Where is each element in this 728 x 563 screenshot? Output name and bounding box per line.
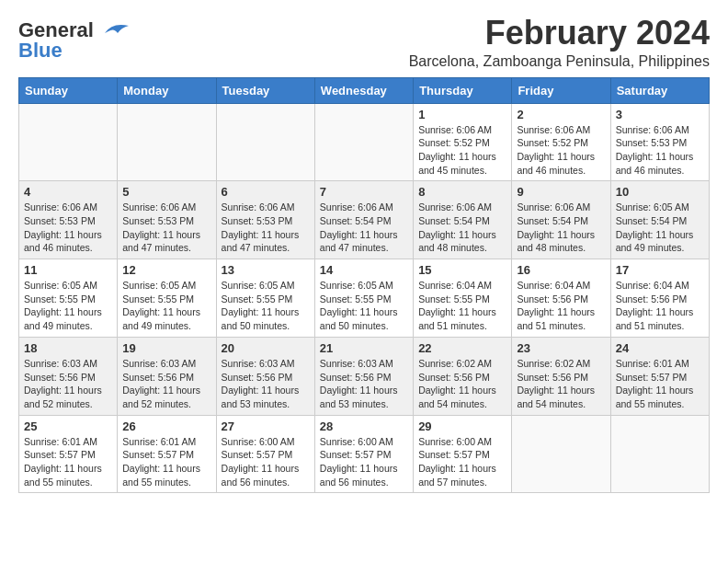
calendar-cell: 26Sunrise: 6:01 AMSunset: 5:57 PMDayligh… [118,415,216,493]
day-info: Sunrise: 6:03 AMSunset: 5:56 PMDaylight:… [222,357,310,411]
calendar-table: Sunday Monday Tuesday Wednesday Thursday… [18,77,710,494]
day-info: Sunrise: 6:03 AMSunset: 5:56 PMDaylight:… [24,357,112,411]
day-info: Sunrise: 6:04 AMSunset: 5:56 PMDaylight:… [616,279,704,333]
day-info: Sunrise: 6:02 AMSunset: 5:56 PMDaylight:… [418,357,506,411]
header-saturday: Saturday [610,77,709,103]
calendar-cell: 7Sunrise: 6:06 AMSunset: 5:54 PMDaylight… [314,181,413,259]
calendar-cell: 12Sunrise: 6:05 AMSunset: 5:55 PMDayligh… [118,259,216,338]
calendar-cell: 9Sunrise: 6:06 AMSunset: 5:54 PMDaylight… [512,181,610,259]
calendar-cell [216,103,314,181]
header-sunday: Sunday [19,77,118,103]
day-number: 8 [418,185,506,199]
calendar-cell: 22Sunrise: 6:02 AMSunset: 5:56 PMDayligh… [414,337,512,415]
logo: General Blue [18,18,131,63]
day-info: Sunrise: 6:01 AMSunset: 5:57 PMDaylight:… [24,435,112,489]
page-header: General Blue February 2024 Barcelona, Za… [18,15,710,70]
day-number: 2 [517,108,605,121]
day-info: Sunrise: 6:06 AMSunset: 5:53 PMDaylight:… [222,201,310,255]
calendar-cell [19,103,118,181]
day-number: 27 [222,419,310,433]
day-info: Sunrise: 6:03 AMSunset: 5:56 PMDaylight:… [122,357,210,411]
day-info: Sunrise: 6:06 AMSunset: 5:52 PMDaylight:… [418,123,506,178]
day-number: 16 [517,263,605,277]
day-number: 6 [222,185,310,199]
calendar-row-4: 18Sunrise: 6:03 AMSunset: 5:56 PMDayligh… [19,337,710,415]
calendar-row-5: 25Sunrise: 6:01 AMSunset: 5:57 PMDayligh… [19,415,710,493]
day-info: Sunrise: 6:05 AMSunset: 5:55 PMDaylight:… [320,279,408,333]
day-info: Sunrise: 6:01 AMSunset: 5:57 PMDaylight:… [616,357,704,411]
calendar-cell: 21Sunrise: 6:03 AMSunset: 5:56 PMDayligh… [314,337,413,415]
calendar-cell: 8Sunrise: 6:06 AMSunset: 5:54 PMDaylight… [414,181,512,259]
day-number: 10 [616,185,704,199]
calendar-cell: 29Sunrise: 6:00 AMSunset: 5:57 PMDayligh… [414,415,512,493]
calendar-cell: 6Sunrise: 6:06 AMSunset: 5:53 PMDaylight… [216,181,314,259]
day-number: 11 [24,263,112,277]
day-number: 7 [320,185,408,199]
day-number: 12 [122,263,210,277]
calendar-cell: 19Sunrise: 6:03 AMSunset: 5:56 PMDayligh… [118,337,216,415]
day-info: Sunrise: 6:06 AMSunset: 5:52 PMDaylight:… [517,123,605,178]
title-area: February 2024 Barcelona, Zamboanga Penin… [409,15,710,70]
calendar-cell: 23Sunrise: 6:02 AMSunset: 5:56 PMDayligh… [512,337,610,415]
calendar-cell: 20Sunrise: 6:03 AMSunset: 5:56 PMDayligh… [216,337,314,415]
calendar-cell: 2Sunrise: 6:06 AMSunset: 5:52 PMDaylight… [512,103,610,181]
month-title: February 2024 [409,15,710,52]
day-number: 18 [24,341,112,355]
calendar-cell: 11Sunrise: 6:05 AMSunset: 5:55 PMDayligh… [19,259,118,338]
day-info: Sunrise: 6:00 AMSunset: 5:57 PMDaylight:… [222,435,310,489]
day-number: 14 [320,263,408,277]
day-info: Sunrise: 6:06 AMSunset: 5:53 PMDaylight:… [616,123,704,178]
day-info: Sunrise: 6:02 AMSunset: 5:56 PMDaylight:… [517,357,605,411]
day-info: Sunrise: 6:00 AMSunset: 5:57 PMDaylight:… [418,435,506,489]
calendar-cell: 25Sunrise: 6:01 AMSunset: 5:57 PMDayligh… [19,415,118,493]
day-info: Sunrise: 6:06 AMSunset: 5:54 PMDaylight:… [418,201,506,255]
day-number: 3 [616,108,704,121]
day-number: 21 [320,341,408,355]
day-info: Sunrise: 6:03 AMSunset: 5:56 PMDaylight:… [320,357,408,411]
logo-blue-text: Blue [18,39,63,63]
calendar-cell [512,415,610,493]
header-tuesday: Tuesday [216,77,314,103]
calendar-header-row: Sunday Monday Tuesday Wednesday Thursday… [19,77,710,103]
day-number: 5 [122,185,210,199]
header-friday: Friday [512,77,610,103]
calendar-cell: 4Sunrise: 6:06 AMSunset: 5:53 PMDaylight… [19,181,118,259]
calendar-cell: 10Sunrise: 6:05 AMSunset: 5:54 PMDayligh… [610,181,709,259]
calendar-row-2: 4Sunrise: 6:06 AMSunset: 5:53 PMDaylight… [19,181,710,259]
calendar-cell: 5Sunrise: 6:06 AMSunset: 5:53 PMDaylight… [118,181,216,259]
calendar-cell [118,103,216,181]
day-number: 28 [320,419,408,433]
day-info: Sunrise: 6:05 AMSunset: 5:55 PMDaylight:… [222,279,310,333]
calendar-cell: 28Sunrise: 6:00 AMSunset: 5:57 PMDayligh… [314,415,413,493]
day-number: 17 [616,263,704,277]
day-info: Sunrise: 6:06 AMSunset: 5:53 PMDaylight:… [24,201,112,255]
day-info: Sunrise: 6:06 AMSunset: 5:54 PMDaylight:… [320,201,408,255]
day-number: 9 [517,185,605,199]
logo-bird-icon [96,20,131,40]
day-info: Sunrise: 6:05 AMSunset: 5:55 PMDaylight:… [122,279,210,333]
day-info: Sunrise: 6:06 AMSunset: 5:54 PMDaylight:… [517,201,605,255]
calendar-row-3: 11Sunrise: 6:05 AMSunset: 5:55 PMDayligh… [19,259,710,338]
calendar-cell: 15Sunrise: 6:04 AMSunset: 5:55 PMDayligh… [414,259,512,338]
day-number: 24 [616,341,704,355]
day-number: 4 [24,185,112,199]
header-monday: Monday [118,77,216,103]
calendar-cell: 3Sunrise: 6:06 AMSunset: 5:53 PMDaylight… [610,103,709,181]
day-info: Sunrise: 6:04 AMSunset: 5:55 PMDaylight:… [418,279,506,333]
day-number: 26 [122,419,210,433]
day-info: Sunrise: 6:05 AMSunset: 5:54 PMDaylight:… [616,201,704,255]
day-number: 20 [222,341,310,355]
day-info: Sunrise: 6:04 AMSunset: 5:56 PMDaylight:… [517,279,605,333]
calendar-row-1: 1Sunrise: 6:06 AMSunset: 5:52 PMDaylight… [19,103,710,181]
header-wednesday: Wednesday [314,77,413,103]
day-number: 29 [418,419,506,433]
calendar-cell: 1Sunrise: 6:06 AMSunset: 5:52 PMDaylight… [414,103,512,181]
calendar-cell: 24Sunrise: 6:01 AMSunset: 5:57 PMDayligh… [610,337,709,415]
day-info: Sunrise: 6:05 AMSunset: 5:55 PMDaylight:… [24,279,112,333]
day-info: Sunrise: 6:01 AMSunset: 5:57 PMDaylight:… [122,435,210,489]
day-number: 15 [418,263,506,277]
calendar-cell: 17Sunrise: 6:04 AMSunset: 5:56 PMDayligh… [610,259,709,338]
day-number: 22 [418,341,506,355]
header-thursday: Thursday [414,77,512,103]
calendar-cell: 18Sunrise: 6:03 AMSunset: 5:56 PMDayligh… [19,337,118,415]
